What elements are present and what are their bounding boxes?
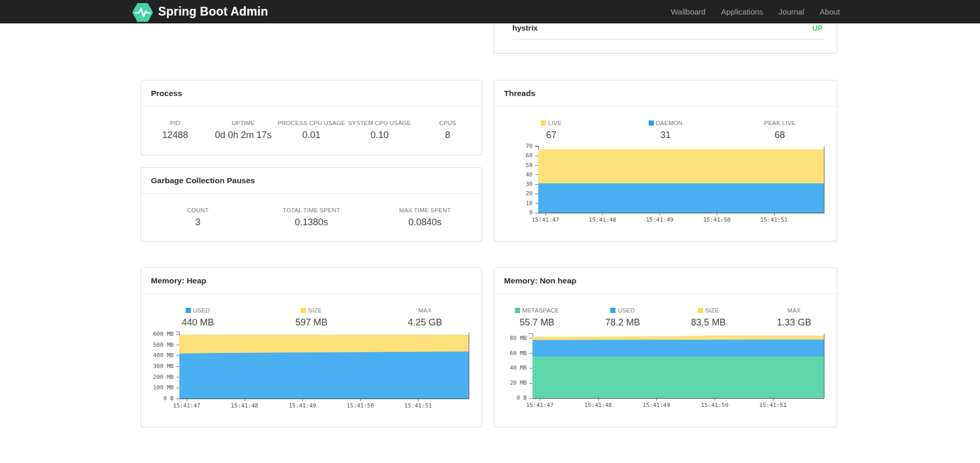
x-tick-label: 15:41:47 [526,402,554,408]
x-tick-label: 15:41:49 [642,402,670,408]
y-tick-mark [535,203,538,203]
metric-uptime: UPTIME 0d 0h 2m 17s [209,120,277,141]
metric-heap-max: MAX 4.25 GB [368,307,482,328]
card-title: Garbage Collection Pauses [141,168,482,194]
metric-label: PEAK LIVE [723,120,837,126]
divider [512,39,824,39]
card-title: Threads [494,80,837,106]
metric-label: UPTIME [209,120,277,126]
y-tick-label: 10 [526,200,533,207]
metric-value: 440 MB [141,317,255,328]
x-tick-label: 15:41:49 [646,216,674,223]
metric-threads-live: LIVE 67 [494,120,608,141]
x-tick-mark [603,212,603,215]
metric-threads-daemon: DAEMON 31 [608,120,722,141]
metric-value: 8 [414,130,482,141]
x-tick-mark [715,398,715,401]
x-tick-label: 15:41:49 [289,402,316,409]
axis-top-mark [529,333,533,334]
y-tick-label: 500 MB [153,342,174,348]
metric-gc-total-time: TOTAL TIME SPENT 0.1380s [255,207,368,228]
y-tick-label: 300 MB [153,363,174,370]
y-tick-label: 0 [529,209,533,216]
x-tick-mark [660,212,660,215]
metric-nonheap-used: USED 78.2 MB [580,307,665,328]
nonheap-legend: METASPACE 55.7 MB USED 78.2 MB SIZE 83.5… [494,294,837,328]
metric-label: USED [141,307,255,314]
y-tick-mark [529,368,533,369]
metric-nonheap-size: SIZE 83.5 MB [666,307,751,328]
metric-gc-count: COUNT 3 [141,207,255,228]
x-tick-label: 15:41:50 [703,216,731,223]
y-tick-label: 20 MB [510,379,527,386]
nav-item-journal[interactable]: Journal [771,0,812,23]
x-tick-label: 15:41:48 [589,216,617,223]
memory-nonheap-chart: 0 B20 MB40 MB60 MB80 MB15:41:4715:41:481… [533,334,824,399]
y-tick-label: 30 [526,181,533,187]
memory-heap-card: Memory: Heap USED 440 MB SIZE 597 MB MAX… [141,267,482,427]
threads-area-svg [538,146,824,213]
metric-value: 0.0840s [368,217,482,228]
nonheap-area-svg [533,334,824,398]
metric-nonheap-metaspace: METASPACE 55.7 MB [494,307,580,328]
x-tick-mark [302,398,303,401]
status-badge: UP [813,24,822,32]
live-legend-marker [541,120,546,126]
y-tick-label: 600 MB [153,331,174,337]
x-tick-mark [360,398,361,401]
axis-top-mark [179,332,180,335]
x-tick-label: 15:41:48 [584,402,612,408]
metric-process-cpu: PROCESS CPU USAGE 0.01 [277,120,345,141]
used-legend-marker [186,308,191,313]
axis-top-mark [533,334,533,337]
y-tick-label: 40 [526,171,533,178]
metric-label-text: LIVE [548,120,562,126]
metric-value: 0.1380s [255,217,368,228]
metric-gc-max-time: MAX TIME SPENT 0.0840s [368,207,482,228]
y-tick-mark [176,356,179,356]
metric-label: TOTAL TIME SPENT [255,207,368,213]
nav-item-applications[interactable]: Applications [713,0,771,23]
metric-label: MAX TIME SPENT [368,207,482,213]
navbar: Spring Boot Admin Wallboard Applications… [0,0,980,23]
brand-link[interactable]: Spring Boot Admin [132,0,268,23]
metric-value: 31 [608,130,722,141]
y-tick-label: 100 MB [153,384,174,391]
nav-item-about[interactable]: About [812,0,848,23]
metric-label: PID [141,120,209,126]
y-tick-mark [535,213,538,213]
nav-item-wallboard[interactable]: Wallboard [663,0,713,23]
metric-pid: PID 12488 [141,120,209,141]
x-tick-mark [245,398,245,401]
y-tick-mark [529,383,533,384]
metric-label: SYSTEM CPU USAGE [345,120,413,126]
metric-label-text: METASPACE [522,307,559,314]
axis-top-mark [538,146,539,149]
y-tick-mark [176,388,179,388]
metric-value: 12488 [141,130,209,141]
y-tick-mark [176,366,179,367]
y-tick-mark [535,165,538,166]
y-tick-label: 40 MB [510,364,527,371]
y-tick-mark [176,399,179,399]
application-name[interactable]: hystrix [512,23,538,32]
y-tick-label: 80 MB [510,335,527,342]
metric-cpus: CPUS 8 [414,120,482,141]
card-title: Process [141,80,482,106]
y-tick-label: 20 [526,190,533,197]
metric-value: 78.2 MB [580,317,665,328]
brand-title: Spring Boot Admin [158,5,268,19]
metric-value: 0.10 [345,130,413,141]
metric-heap-size: SIZE 597 MB [255,307,368,328]
x-tick-label: 15:41:47 [531,216,559,223]
metric-label: MAX [368,307,482,314]
daemon-legend-marker [649,120,654,126]
metric-value: 68 [723,130,837,141]
metric-label-text: USED [618,307,635,314]
y-tick-label: 70 [526,143,533,149]
x-tick-mark [717,212,717,215]
x-tick-mark [540,398,540,401]
y-tick-mark [176,377,179,377]
x-tick-mark [545,212,546,215]
metric-label-text: SIZE [308,307,321,314]
